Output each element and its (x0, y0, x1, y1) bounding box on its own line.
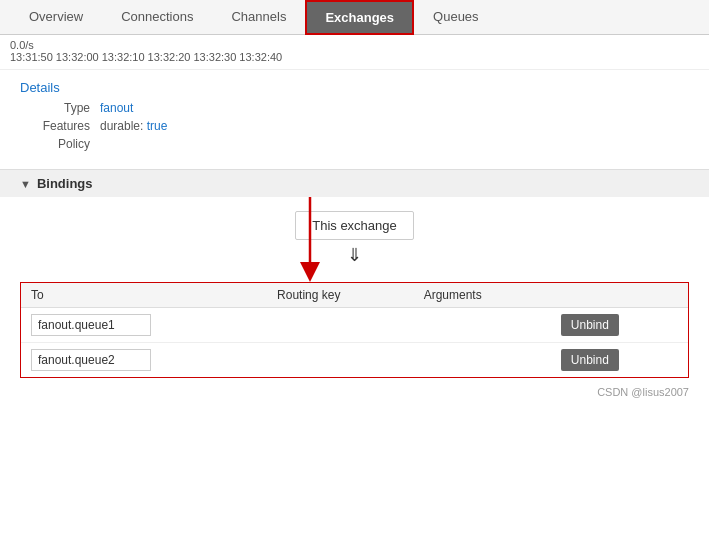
tab-connections[interactable]: Connections (102, 0, 212, 35)
queue-input-1[interactable] (31, 314, 151, 336)
col-arguments: Arguments (414, 283, 551, 308)
type-row: Type fanout (20, 101, 689, 115)
details-title: Details (20, 80, 689, 95)
table-header-row: To Routing key Arguments (21, 283, 688, 308)
features-row: Features durable: true (20, 119, 689, 133)
unbind-button-2[interactable]: Unbind (561, 349, 619, 371)
bindings-table: To Routing key Arguments Unbi (21, 283, 688, 377)
features-val: true (147, 119, 168, 133)
double-arrow-down-icon: ⇓ (347, 244, 362, 266)
policy-label: Policy (20, 137, 100, 151)
col-routing-key: Routing key (267, 283, 414, 308)
this-exchange-button[interactable]: This exchange (295, 211, 414, 240)
tab-channels[interactable]: Channels (212, 0, 305, 35)
arguments-cell-1 (414, 308, 551, 343)
bindings-section: ▼ Bindings This exchange ⇓ To Routing k (0, 169, 709, 378)
features-key: durable: (100, 119, 143, 133)
watermark: CSDN @lisus2007 (0, 378, 709, 402)
queue-cell-2 (21, 343, 267, 378)
bindings-area: This exchange ⇓ To Routing key Arguments (0, 197, 709, 378)
routing-key-cell-2 (267, 343, 414, 378)
tab-overview[interactable]: Overview (10, 0, 102, 35)
unbind-cell-2: Unbind (551, 343, 688, 378)
table-row: Unbind (21, 308, 688, 343)
type-value: fanout (100, 101, 133, 115)
collapse-arrow-icon: ▼ (20, 178, 31, 190)
type-label: Type (20, 101, 100, 115)
col-to: To (21, 283, 267, 308)
routing-key-cell-1 (267, 308, 414, 343)
queue-input-2[interactable] (31, 349, 151, 371)
timestamps: 13:31:50 13:32:00 13:32:10 13:32:20 13:3… (10, 51, 699, 63)
features-value: durable: true (100, 119, 167, 133)
unbind-cell-1: Unbind (551, 308, 688, 343)
timestamp-bar: 0.0/s 13:31:50 13:32:00 13:32:10 13:32:2… (0, 35, 709, 70)
bindings-content: This exchange ⇓ (0, 197, 709, 282)
tab-queues[interactable]: Queues (414, 0, 498, 35)
bindings-table-wrapper: To Routing key Arguments Unbi (20, 282, 689, 378)
tab-exchanges[interactable]: Exchanges (305, 0, 414, 35)
details-section: Details Type fanout Features durable: tr… (0, 70, 709, 161)
queue-cell-1 (21, 308, 267, 343)
rate-label: 0.0/s (10, 39, 699, 51)
policy-row: Policy (20, 137, 689, 151)
table-row: Unbind (21, 343, 688, 378)
arguments-cell-2 (414, 343, 551, 378)
unbind-button-1[interactable]: Unbind (561, 314, 619, 336)
nav-tabs: Overview Connections Channels Exchanges … (0, 0, 709, 35)
col-action (551, 283, 688, 308)
bindings-header[interactable]: ▼ Bindings (0, 170, 709, 197)
bindings-title: Bindings (37, 176, 93, 191)
features-label: Features (20, 119, 100, 133)
